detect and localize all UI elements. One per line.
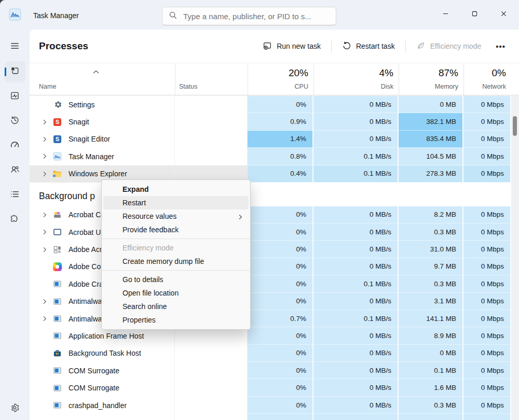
menu-item-open-file-location[interactable]: Open file location [103,286,249,300]
expand-chevron-icon[interactable] [42,153,48,159]
process-row-settings[interactable]: Settings0%0 MB/s0 MB0 Mbps [30,96,511,113]
process-disk-cell: 0 MB/s [313,345,399,362]
scrollbar-thumb[interactable] [513,116,517,136]
expand-chevron-icon[interactable] [42,212,48,218]
sidebar-item-details[interactable] [4,185,25,206]
memory-label: Memory [435,83,458,90]
more-options-button[interactable]: ••• [489,39,512,54]
network-total-percent: 0% [492,67,506,79]
menu-divider [102,270,250,271]
column-divider [175,63,175,95]
creative-cloud-icon [52,262,62,271]
maximize-button[interactable] [463,4,486,24]
column-header-status[interactable]: Status [179,83,197,90]
process-name-cell: Task Manager [30,148,175,165]
menu-item-efficiency-mode[interactable]: Efficiency mode [103,241,249,255]
expand-chevron-icon[interactable] [42,247,48,253]
close-button[interactable] [492,4,515,24]
menu-item-go-to-details[interactable]: Go to details [103,273,249,286]
menu-item-search-online[interactable]: Search online [103,300,249,313]
column-header-network[interactable]: 0% Network [463,63,511,95]
process-status-cell [175,327,248,344]
process-cpu-cell: 0% [248,96,313,113]
process-cpu-cell: 0.7% [248,310,313,327]
menu-item-properties[interactable]: Properties [103,313,249,327]
column-header-cpu[interactable]: 20% CPU [248,63,313,95]
process-disk-cell: 0 MB/s [313,241,399,258]
expand-chevron-icon[interactable] [42,229,48,235]
efficiency-mode-label: Efficiency mode [430,42,482,50]
run-new-task-label: Run new task [277,42,321,50]
performance-icon [10,91,20,103]
cpu-label: CPU [295,83,308,90]
process-memory-cell: 835.4 MB [399,131,463,148]
process-memory-cell: 8.9 MB [399,327,463,344]
process-name-label: Adobe Acr [69,245,102,254]
restart-task-button[interactable]: Restart task [337,38,400,55]
leaf-icon [416,41,426,52]
expand-chevron-icon[interactable] [42,119,48,125]
sidebar-item-settings[interactable] [4,398,25,419]
process-name-label: Application Frame Host [69,332,144,340]
snagit-icon: S [52,117,62,127]
process-disk-cell: 0 MB/s [313,293,399,310]
menu-item-resource-values[interactable]: Resource values [103,209,249,223]
window-app-icon [52,331,62,341]
process-row-background-task-host[interactable]: Background Task Host0%0 MB/s0 MB0 Mbps [30,345,511,362]
expand-chevron-icon[interactable] [42,316,48,321]
sidebar-item-performance[interactable] [4,86,25,107]
process-network-cell: 0 Mbps [463,362,511,379]
process-name-label: Adobe Co [69,262,101,271]
search-input[interactable] [182,11,330,21]
efficiency-mode-button[interactable]: Efficiency mode [411,38,487,55]
process-row-crashpad-handler[interactable]: crashpad_handler0%0 MB/s0.3 MB0 Mbps [30,397,511,414]
process-disk-cell: 0 MB/s [313,223,399,241]
sidebar-item-processes[interactable] [4,61,25,82]
sidebar-item-menu[interactable] [4,36,25,58]
column-header-name[interactable]: Name [39,83,56,90]
sidebar-item-services[interactable] [4,209,25,230]
minimize-button[interactable] [434,4,457,24]
vertical-scrollbar[interactable] [511,96,519,420]
process-network-cell: 0 Mbps [463,310,511,327]
column-header-disk[interactable]: 4% Disk [313,63,399,95]
process-memory-cell: 104.5 MB [399,148,463,165]
menu-item-label: Search online [122,302,167,311]
process-network-cell: 0 Mbps [463,327,511,344]
sort-ascending-icon[interactable] [93,66,99,76]
menu-item-expand[interactable]: Expand [103,183,249,196]
process-row-com-surrogate[interactable]: COM Surrogate0%0 MB/s0.1 MB0 Mbps [30,362,511,379]
window-app-icon [52,279,62,289]
expand-chevron-icon[interactable] [42,136,48,142]
sidebar-item-app-history[interactable] [4,110,25,132]
process-row-com-surrogate[interactable]: COM Surrogate0%0 MB/s1.6 MB0 Mbps [30,379,511,396]
process-status-cell [175,397,248,414]
briefcase-icon [52,348,62,358]
process-row-task-manager[interactable]: Task Manager0.8%0.1 MB/s104.5 MB0 Mbps [30,148,511,165]
process-name-cell: COM Surrogate [30,362,175,379]
window-app-icon [52,314,62,324]
process-row-snagit[interactable]: SSnagit0.9%0 MB/s382.1 MB0 Mbps [30,113,511,130]
close-icon [501,10,507,18]
svg-text:S: S [55,119,59,125]
sidebar-item-users[interactable] [4,160,25,181]
process-cpu-cell: 0% [248,345,313,362]
expand-chevron-icon[interactable] [42,171,48,177]
expand-chevron-icon[interactable] [42,299,48,304]
process-row-snagit-editor[interactable]: SSnagit Editor1.4%0 MB/s835.4 MB0 Mbps [30,131,511,148]
process-network-cell: 0 Mbps [463,165,511,183]
menu-item-create-memory-dump-file[interactable]: Create memory dump file [103,255,249,268]
menu-item-provide-feedback[interactable]: Provide feedback [103,223,249,236]
sidebar-item-startup-apps[interactable] [4,135,25,157]
search-box[interactable] [162,7,336,25]
process-row-application-frame-host[interactable]: Application Frame Host0%0 MB/s8.9 MB0 Mb… [30,327,511,344]
process-disk-cell: 0 MB/s [313,362,399,379]
menu-item-restart[interactable]: Restart [103,196,249,209]
snagit-editor-icon: S [52,134,62,144]
process-network-cell: 0 Mbps [463,96,511,113]
submenu-chevron-icon [239,213,242,221]
run-new-task-button[interactable]: Run new task [257,38,326,55]
column-header-memory[interactable]: 87% Memory [399,63,463,95]
settings-gear-icon [52,100,62,109]
process-cpu-cell: 0% [248,362,313,379]
